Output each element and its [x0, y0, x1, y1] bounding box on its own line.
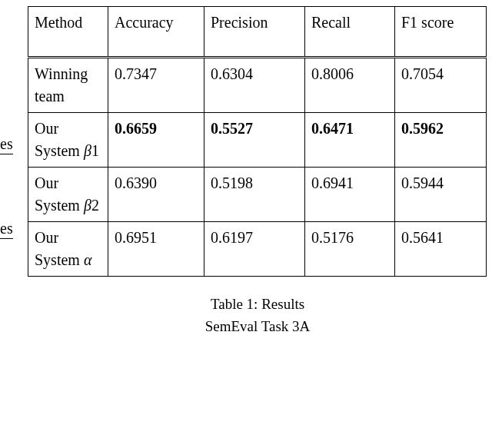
cell-accuracy: 0.6951: [108, 222, 204, 277]
cell-method: Our System β1: [28, 113, 108, 168]
cell-f1: 0.5962: [395, 113, 487, 168]
cropped-text-fragment-1: es: [0, 134, 13, 153]
cell-recall: 0.8006: [305, 58, 395, 113]
cell-f1: 0.7054: [395, 58, 487, 113]
cell-recall: 0.6471: [305, 113, 395, 168]
table-row: Our System β10.66590.55270.64710.5962: [28, 113, 487, 168]
table-row: Our System β20.63900.51980.69410.5944: [28, 168, 487, 222]
cell-method: Our System β2: [28, 168, 108, 222]
cell-accuracy: 0.6390: [108, 168, 204, 222]
cell-f1: 0.5944: [395, 168, 487, 222]
results-table-wrap: Method Accuracy Precision Recall F1 scor…: [28, 6, 487, 337]
table-row: Winning team0.73470.63040.80060.7054: [28, 58, 487, 113]
col-header-f1: F1 score: [395, 7, 487, 58]
cropped-text-1: es: [0, 135, 13, 154]
table-header-row: Method Accuracy Precision Recall F1 scor…: [28, 7, 487, 58]
caption-label: Table 1: Results: [28, 294, 487, 316]
col-header-method: Method: [28, 7, 108, 58]
cell-precision: 0.5527: [204, 113, 305, 168]
results-table: Method Accuracy Precision Recall F1 scor…: [28, 6, 487, 277]
cell-precision: 0.5198: [204, 168, 305, 222]
col-header-accuracy: Accuracy: [108, 7, 204, 58]
cell-recall: 0.6941: [305, 168, 395, 222]
col-header-precision: Precision: [204, 7, 305, 58]
cell-method: Our System α: [28, 222, 108, 277]
cell-accuracy: 0.7347: [108, 58, 204, 113]
cell-accuracy: 0.6659: [108, 113, 204, 168]
cell-precision: 0.6304: [204, 58, 305, 113]
cell-precision: 0.6197: [204, 222, 305, 277]
cell-method: Winning team: [28, 58, 108, 113]
table-body: Winning team0.73470.63040.80060.7054Our …: [28, 58, 487, 277]
cell-f1: 0.5641: [395, 222, 487, 277]
table-row: Our System α0.69510.61970.51760.5641: [28, 222, 487, 277]
cropped-text-2: es: [0, 220, 13, 239]
caption-subtitle: SemEval Task 3A: [28, 316, 487, 338]
col-header-recall: Recall: [305, 7, 395, 58]
cropped-text-fragment-2: es: [0, 219, 13, 237]
cell-recall: 0.5176: [305, 222, 395, 277]
table-caption: Table 1: Results SemEval Task 3A: [28, 294, 487, 337]
